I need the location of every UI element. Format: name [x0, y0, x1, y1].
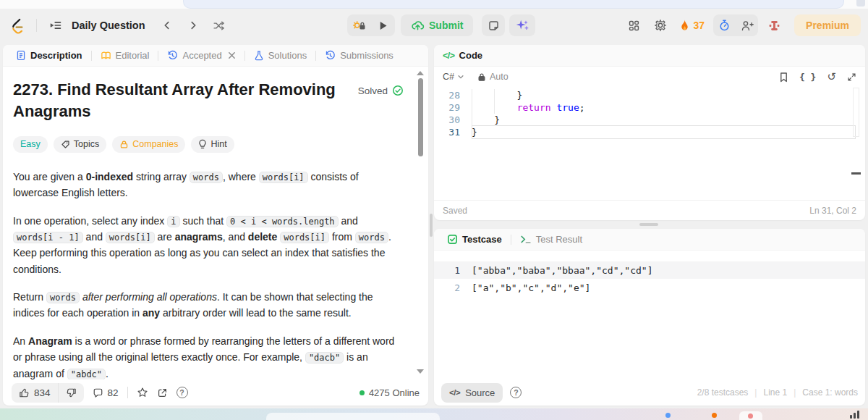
- browser-edge-strip: [0, 0, 868, 9]
- code-line[interactable]: 28 }: [434, 89, 865, 101]
- leetcode-logo[interactable]: [7, 15, 27, 35]
- lightbulb-icon: [198, 139, 207, 149]
- desktop-dock-strip: [0, 408, 868, 420]
- footer-divider: [127, 387, 128, 398]
- testcase-help-icon[interactable]: ?: [510, 387, 522, 398]
- chevron-down-icon: [457, 73, 464, 80]
- problem-paragraph: In one operation, select any index i suc…: [13, 213, 404, 278]
- debug-locked-icon[interactable]: [347, 14, 371, 36]
- prev-question-icon[interactable]: [157, 15, 177, 35]
- next-question-icon[interactable]: [183, 15, 203, 35]
- close-accepted-tab-icon[interactable]: [228, 51, 236, 59]
- submit-button[interactable]: Submit: [401, 14, 473, 36]
- solved-check-icon: [392, 85, 404, 96]
- run-icon[interactable]: [371, 14, 395, 36]
- code-icon: </>: [443, 51, 455, 61]
- scrollbar-up-arrow[interactable]: [417, 71, 424, 75]
- code-line[interactable]: 31}: [434, 126, 865, 138]
- tag-icon: [61, 140, 70, 149]
- dock-search-pill: [266, 413, 440, 420]
- format-code-icon[interactable]: { }: [799, 72, 816, 83]
- description-icon: [16, 50, 26, 61]
- expand-editor-icon[interactable]: [847, 72, 856, 82]
- description-panel: Description Editorial Accepted Solut: [3, 45, 428, 406]
- history-icon: [325, 50, 336, 61]
- tag-row: Easy Topics Companies Hint: [13, 136, 404, 153]
- like-count: 834: [34, 387, 51, 398]
- editor-scrollbar-marker[interactable]: [851, 172, 861, 175]
- testcase-status: 2/8 testcases | Line 1 | Case 1: words: [697, 387, 858, 398]
- scrollbar-down-arrow[interactable]: [417, 369, 424, 374]
- layout-icon[interactable]: [624, 15, 644, 35]
- source-button[interactable]: </> Source: [441, 383, 503, 403]
- testcase-lines: 1["abba","baba","bbaa","cd","cd"]2["a","…: [434, 251, 865, 296]
- flask-icon: [254, 50, 264, 61]
- timer-icon[interactable]: [713, 14, 736, 36]
- tab-editorial[interactable]: Editorial: [96, 50, 154, 61]
- feedback-help-icon[interactable]: ?: [176, 387, 188, 398]
- settings-gear-icon[interactable]: [650, 15, 671, 35]
- comments-button[interactable]: 82: [93, 387, 119, 398]
- reset-code-icon[interactable]: ↺: [827, 70, 836, 83]
- panel-resize-handle-horizontal[interactable]: [639, 223, 658, 226]
- problem-title: 2273. Find Resultant Array After Removin…: [13, 79, 346, 123]
- description-scrollbar-thumb[interactable]: [418, 78, 423, 156]
- random-question-icon[interactable]: [209, 15, 229, 35]
- submit-label: Submit: [429, 20, 463, 31]
- streak-count: 37: [694, 20, 705, 31]
- bookmark-icon[interactable]: [779, 72, 788, 83]
- companies-button[interactable]: Companies: [112, 136, 185, 153]
- testcase-progress: 2/8 testcases: [697, 387, 749, 398]
- code-line[interactable]: 29 return true;: [434, 101, 865, 114]
- tab-submissions[interactable]: Submissions: [320, 50, 398, 61]
- line-number: 28: [434, 89, 460, 101]
- dock-signal-bars: [850, 411, 859, 419]
- streak-counter[interactable]: 37: [676, 19, 708, 32]
- tab-solutions[interactable]: Solutions: [250, 50, 311, 61]
- favorite-star-icon[interactable]: [137, 387, 148, 398]
- topics-button[interactable]: Topics: [54, 136, 106, 153]
- problem-content: 2273. Find Resultant Array After Removin…: [3, 67, 428, 379]
- code-editor[interactable]: 28 }29 return true;30 }31}: [434, 86, 865, 200]
- tab-test-result[interactable]: Test Result: [516, 234, 587, 245]
- dislike-button[interactable]: [58, 383, 84, 403]
- saved-status: Saved: [443, 206, 467, 216]
- browser-address-bar[interactable]: [183, 0, 844, 9]
- panel-resize-handle-vertical[interactable]: [430, 214, 433, 237]
- testcase-line[interactable]: 2["a","b","c","d","e"]: [434, 279, 865, 296]
- ai-assist-button[interactable]: [509, 14, 535, 36]
- auto-mode-toggle[interactable]: Auto: [477, 72, 509, 82]
- solved-badge: Solved: [358, 85, 404, 96]
- online-dot: [359, 390, 365, 395]
- problem-paragraph: Return words after performing all operat…: [13, 289, 404, 322]
- premium-button[interactable]: Premium: [794, 14, 861, 36]
- cursor-position: Ln 31, Col 2: [809, 206, 856, 216]
- notes-button[interactable]: [482, 14, 505, 36]
- share-icon[interactable]: [157, 387, 168, 398]
- editor-status-bar: Saved Ln 31, Col 2: [434, 200, 865, 220]
- testcase-footer: </> Source ? 2/8 testcases | Line 1 | Ca…: [434, 379, 865, 406]
- collaborate-icon[interactable]: [736, 14, 758, 36]
- like-button[interactable]: 834: [12, 383, 58, 403]
- problem-paragraphs: You are given a 0-indexed string array w…: [13, 169, 404, 379]
- testcase-line[interactable]: 1["abba","baba","bbaa","cd","cd"]: [434, 261, 865, 279]
- tab-testcase[interactable]: Testcase: [443, 234, 506, 245]
- nav-divider: [36, 19, 37, 32]
- hint-button[interactable]: Hint: [191, 136, 234, 153]
- code-line[interactable]: 30 }: [434, 114, 865, 126]
- interview-icon[interactable]: [764, 15, 784, 35]
- difficulty-badge[interactable]: Easy: [13, 136, 48, 153]
- thumbs-down-icon: [66, 387, 77, 398]
- language-selector[interactable]: C#: [443, 72, 464, 82]
- code-panel: </> Code C# Auto { } ↺ 28: [434, 45, 865, 220]
- problem-list-icon[interactable]: [46, 15, 66, 35]
- tab-description[interactable]: Description: [12, 50, 87, 61]
- tab-accepted[interactable]: Accepted: [163, 50, 239, 61]
- code-tab[interactable]: </> Code: [443, 50, 482, 61]
- line-number: 31: [434, 126, 460, 138]
- history-icon: [167, 50, 178, 61]
- top-nav: Daily Question: [0, 9, 868, 42]
- daily-question-label[interactable]: Daily Question: [72, 20, 145, 31]
- vote-group: 834: [12, 383, 84, 403]
- browser-corner-widget: [856, 0, 865, 7]
